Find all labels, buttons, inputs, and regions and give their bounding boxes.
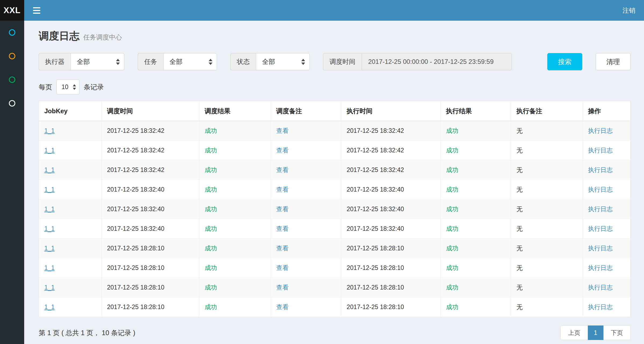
dispatch-time: 2017-12-25 18:32:42 — [107, 166, 165, 173]
select-stepper-icon — [301, 59, 305, 65]
exec-log-link[interactable]: 执行日志 — [588, 225, 613, 232]
column-header: 调度结果 — [199, 101, 271, 121]
status-filter: 状态 全部 — [230, 53, 310, 70]
page-number-button[interactable]: 1 — [588, 325, 603, 340]
status-select[interactable]: 全部 — [256, 53, 310, 70]
dispatch-time: 2017-12-25 18:32:40 — [107, 225, 165, 232]
dispatch-remark-link[interactable]: 查看 — [276, 166, 289, 173]
dispatch-remark-link[interactable]: 查看 — [276, 206, 289, 213]
dispatch-remark-link[interactable]: 查看 — [276, 264, 289, 271]
jobkey-link[interactable]: 1_1 — [44, 225, 55, 232]
sidebar-item-2[interactable] — [0, 44, 24, 68]
exec-time: 2017-12-25 18:32:40 — [347, 225, 404, 232]
time-range-filter-label: 调度时间 — [323, 53, 361, 70]
circle-icon — [9, 29, 15, 36]
exec-time: 2017-12-25 18:28:10 — [347, 284, 404, 291]
jobkey-link[interactable]: 1_1 — [44, 166, 55, 173]
search-button[interactable]: 搜索 — [547, 53, 582, 70]
dispatch-result: 成功 — [205, 147, 217, 154]
app-logo[interactable]: XXL — [0, 0, 24, 21]
jobkey-link[interactable]: 1_1 — [44, 127, 55, 134]
dispatch-remark-link[interactable]: 查看 — [276, 147, 289, 154]
dispatch-result: 成功 — [205, 225, 217, 232]
exec-result: 成功 — [446, 264, 458, 271]
exec-log-link[interactable]: 执行日志 — [588, 206, 613, 213]
page-subtitle: 任务调度中心 — [83, 33, 122, 42]
sidebar-menu — [0, 21, 24, 344]
dispatch-result: 成功 — [205, 186, 217, 193]
exec-log-link[interactable]: 执行日志 — [588, 166, 613, 173]
dispatch-time: 2017-12-25 18:32:42 — [107, 147, 165, 154]
exec-result: 成功 — [446, 186, 458, 193]
table-row: 1_12017-12-25 18:28:10成功查看2017-12-25 18:… — [39, 278, 631, 297]
circle-icon — [9, 76, 15, 83]
exec-log-link[interactable]: 执行日志 — [588, 264, 613, 271]
executor-select[interactable]: 全部 — [71, 53, 124, 70]
jobkey-link[interactable]: 1_1 — [44, 245, 55, 252]
dispatch-time: 2017-12-25 18:28:10 — [107, 303, 165, 310]
dispatch-result: 成功 — [205, 206, 217, 213]
circle-icon — [9, 53, 15, 59]
job-select[interactable]: 全部 — [163, 53, 217, 70]
exec-result: 成功 — [446, 284, 458, 291]
exec-result: 成功 — [446, 127, 458, 134]
dispatch-result: 成功 — [205, 166, 217, 173]
exec-log-link[interactable]: 执行日志 — [588, 245, 613, 252]
table-header-row: JobKey调度时间调度结果调度备注执行时间执行结果执行备注操作 — [39, 101, 631, 121]
sidebar-item-3[interactable] — [0, 68, 24, 92]
dispatch-remark-link[interactable]: 查看 — [276, 127, 289, 134]
exec-remark: 无 — [516, 147, 523, 154]
time-range-input[interactable]: 2017-12-25 00:00:00 - 2017-12-25 23:59:5… — [361, 53, 512, 70]
exec-log-link[interactable]: 执行日志 — [588, 186, 613, 193]
table-row: 1_12017-12-25 18:32:42成功查看2017-12-25 18:… — [39, 141, 631, 160]
column-header: JobKey — [39, 101, 102, 121]
job-filter-label: 任务 — [138, 53, 163, 70]
dispatch-remark-link[interactable]: 查看 — [276, 284, 289, 291]
dispatch-time: 2017-12-25 18:32:40 — [107, 206, 165, 213]
table-row: 1_12017-12-25 18:28:10成功查看2017-12-25 18:… — [39, 258, 631, 278]
clear-button[interactable]: 清理 — [596, 53, 631, 70]
jobkey-link[interactable]: 1_1 — [44, 147, 55, 154]
dispatch-result: 成功 — [205, 127, 217, 134]
select-stepper-icon — [116, 59, 120, 65]
next-page-button[interactable]: 下页 — [603, 325, 631, 340]
dispatch-remark-link[interactable]: 查看 — [276, 186, 289, 193]
filter-bar: 执行器 全部 任务 全部 状态 全部 调度时间 2017-12-25 00:00… — [39, 53, 631, 70]
column-header: 调度时间 — [102, 101, 199, 121]
sidebar-item-1[interactable] — [0, 21, 24, 44]
dispatch-remark-link[interactable]: 查看 — [276, 303, 289, 310]
dispatch-time: 2017-12-25 18:32:40 — [107, 186, 165, 193]
jobkey-link[interactable]: 1_1 — [44, 206, 55, 213]
table-row: 1_12017-12-25 18:28:10成功查看2017-12-25 18:… — [39, 297, 631, 317]
jobkey-link[interactable]: 1_1 — [44, 264, 55, 271]
sidebar-item-4[interactable] — [0, 92, 24, 115]
jobkey-link[interactable]: 1_1 — [44, 284, 55, 291]
log-table-wrap: JobKey调度时间调度结果调度备注执行时间执行结果执行备注操作 1_12017… — [39, 101, 631, 317]
column-header: 操作 — [583, 101, 630, 121]
exec-log-link[interactable]: 执行日志 — [588, 147, 613, 154]
sidebar-toggle-button[interactable] — [24, 0, 49, 21]
page-header: 调度日志 任务调度中心 — [39, 29, 631, 43]
page-size-select[interactable]: 10 — [56, 79, 79, 94]
dispatch-remark-link[interactable]: 查看 — [276, 245, 289, 252]
dispatch-time: 2017-12-25 18:28:10 — [107, 264, 165, 271]
exec-result: 成功 — [446, 225, 458, 232]
prev-page-button[interactable]: 上页 — [560, 325, 588, 340]
dispatch-remark-link[interactable]: 查看 — [276, 225, 289, 232]
time-range-value: 2017-12-25 00:00:00 - 2017-12-25 23:59:5… — [368, 58, 494, 65]
jobkey-link[interactable]: 1_1 — [44, 303, 55, 310]
dispatch-result: 成功 — [205, 303, 217, 310]
exec-result: 成功 — [446, 206, 458, 213]
status-select-value: 全部 — [262, 57, 275, 66]
pagination-summary: 第 1 页 ( 总共 1 页， 10 条记录 ) — [39, 328, 135, 337]
jobkey-link[interactable]: 1_1 — [44, 186, 55, 193]
table-row: 1_12017-12-25 18:32:40成功查看2017-12-25 18:… — [39, 199, 631, 219]
executor-filter-label: 执行器 — [39, 53, 71, 70]
exec-log-link[interactable]: 执行日志 — [588, 284, 613, 291]
exec-log-link[interactable]: 执行日志 — [588, 303, 613, 310]
exec-log-link[interactable]: 执行日志 — [588, 127, 613, 134]
column-header: 执行结果 — [440, 101, 511, 121]
logout-link[interactable]: 注销 — [614, 0, 644, 21]
exec-remark: 无 — [516, 206, 523, 213]
executor-select-value: 全部 — [77, 57, 90, 66]
